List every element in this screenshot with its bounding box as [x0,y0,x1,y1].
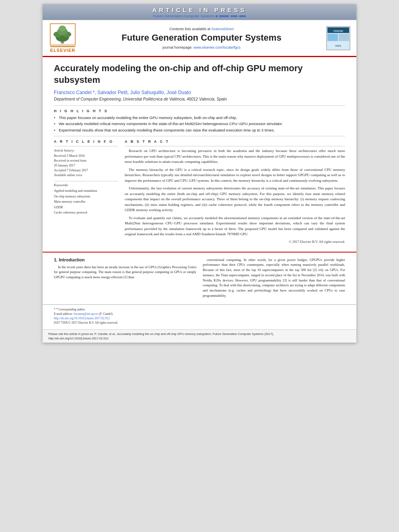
footnote-doi: http://dx.doi.org/10.1016/j.future.2017.… [54,316,345,320]
intro-col-left: 1. Introduction In the recent years ther… [54,257,196,300]
intro-para-left: In the recent years there has been an st… [54,265,196,280]
svg-text:FGCS: FGCS [335,45,341,47]
footnote-issn: 0167-739X/© 2017 Elsevier B.V. All right… [54,320,345,325]
abstract-column: A B S T R A C T Research on GPU architec… [125,140,345,244]
abstract-box: Research on GPU architecture is becoming… [125,146,345,244]
contents-line: Contents lists available at ScienceDirec… [83,27,320,31]
article-body: A R T I C L E I N F O Article history: R… [54,140,345,244]
svg-rect-10 [327,34,338,41]
intro-col-right: conventional computing. In other words, … [203,257,345,300]
journal-title: Future Generation Computer Systems [83,33,320,43]
keywords-label: Keywords: [54,183,118,187]
keyword-2: On-chip memory subsystem [54,194,118,199]
section-number: 1. [54,257,58,262]
highlight-item: This paper focuses on accurately modelin… [54,115,345,120]
highlight-item: We accurately modeled critical memory co… [54,121,345,126]
highlights-label: H I G H L I G H T S [54,109,345,113]
intro-text-right: conventional computing. In other words, … [203,257,345,298]
date-revised-label: Received in revised form [54,158,118,163]
abstract-para-2: The memory hierarchy of the GPU is a cri… [125,167,345,184]
date-accepted: Accepted 7 February 2017 [54,168,118,173]
homepage-link[interactable]: www.elsevier.com/locate/fgcs [193,45,241,49]
fgcs-logo-area: F|G|C|S| FGCS [324,23,352,53]
fgcs-logo: F|G|C|S| FGCS [326,26,350,50]
copyright-line: © 2017 Elsevier B.V. All rights reserved… [125,240,345,244]
fgcs-cover-icon: F|G|C|S| FGCS [327,27,350,50]
citation-text: Please cite this article in press as: F.… [48,332,351,336]
abstract-label: A B S T R A C T [125,140,345,144]
elsevier-logo-area: ELSEVIER [47,23,79,53]
date-revised: 20 January 2017 [54,163,118,168]
article-info-label: A R T I C L E I N F O [54,140,118,144]
history-label: Article history: [54,148,118,152]
main-content: Accurately modeling the on-chip and off-… [43,57,356,248]
email-link[interactable]: fracanna@inf.upv.es [74,312,99,316]
abstract-para-4: To evaluate and quantify our claims, we … [125,216,345,237]
divider-1 [54,105,345,106]
sciencedirect-link[interactable]: ScienceDirect [212,27,234,31]
introduction-columns: 1. Introduction In the recent years ther… [54,257,345,300]
svg-text:F|G|C|S|: F|G|C|S| [333,30,343,32]
bottom-section: 1. Introduction In the recent years ther… [43,252,356,300]
highlights-list: This paper focuses on accurately modelin… [54,115,345,133]
aip-title: ARTICLE IN PRESS [43,6,356,13]
contents-text: Contents lists available at [169,27,212,31]
date-online: Available online xxxx [54,173,118,178]
intro-text-left: In the recent years there has been an st… [54,265,196,280]
abstract-para-1: Research on GPU architecture is becoming… [125,148,345,165]
abstract-para-3: Unfortunately, the fast evolution of cur… [125,186,345,213]
email-suffix: (F. Candel). [99,312,113,316]
corresponding-label: * Corresponding author. [56,308,86,311]
article-info-column: A R T I C L E I N F O Article history: R… [54,140,118,244]
journal-homepage: journal homepage: www.elsevier.com/locat… [83,45,320,49]
section-title: Introduction [59,257,84,262]
citation-bar: Please cite this article in press as: F.… [43,329,356,343]
elsevier-tree-icon [49,23,77,45]
keywords-list: Applied modeling and simulation On-chip … [54,188,118,216]
aip-banner: ARTICLE IN PRESS Future Generation Compu… [43,4,356,20]
svg-rect-11 [339,34,349,41]
journal-center: Contents lists available at ScienceDirec… [83,23,320,53]
affiliation: Department of Computer Engineering, Univ… [54,97,345,101]
article-title: Accurately modeling the on-chip and off-… [54,63,345,86]
highlight-item: Experimental results show that not accur… [54,127,345,133]
citation-doi: http://dx.doi.org/10.1016/j.future.2017.… [48,336,351,341]
elsevier-logo: ELSEVIER [49,23,77,53]
keyword-4: GDDR [54,205,118,210]
intro-heading: 1. Introduction [54,257,196,262]
svg-point-5 [59,26,66,32]
keyword-5: Cache coherence protocol [54,210,118,216]
article-dates: Received 3 March 2016 Received in revise… [54,154,118,178]
doi-link[interactable]: http://dx.doi.org/10.1016/j.future.2017.… [54,316,109,320]
divider-2 [54,136,345,136]
keyword-3: Main memory controller [54,199,118,205]
homepage-label: journal homepage: [162,45,193,49]
footnote-email: E-mail address: fracanna@inf.upv.es (F. … [54,312,345,316]
keyword-1: Applied modeling and simulation [54,188,118,194]
footnote-corresponding: * * Corresponding author. [54,307,345,312]
intro-para-right: conventional computing. In other words, … [203,257,345,298]
article-info-box: Article history: Received 3 March 2016 R… [54,146,118,216]
journal-header: ELSEVIER Contents lists available at Sci… [43,20,356,57]
date-received: Received 3 March 2016 [54,154,118,158]
authors: Francisco Candel *, Salvador Petit, Juli… [54,90,345,95]
email-label: E-mail address: [54,312,74,316]
keywords-section: Keywords: Applied modeling and simulatio… [54,181,118,216]
elsevier-label: ELSEVIER [50,46,75,53]
abstract-text: Research on GPU architecture is becoming… [125,148,345,237]
footnotes: * * Corresponding author. E-mail address… [43,304,356,325]
page: ARTICLE IN PRESS Future Generation Compu… [43,4,356,343]
journal-ref: Future Generation Computer Systems ■ (■■… [43,14,356,18]
